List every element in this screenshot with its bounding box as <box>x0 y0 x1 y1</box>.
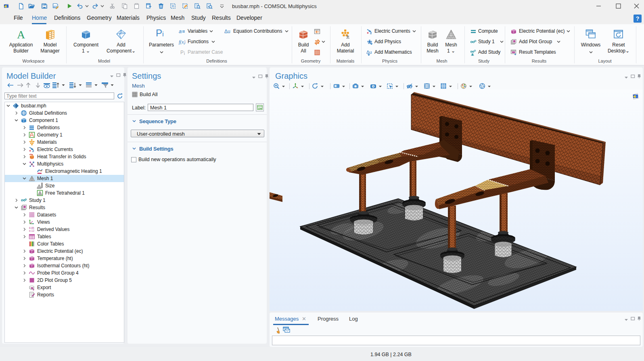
svg-text:A: A <box>17 29 25 40</box>
svg-text:e-12: e-12 <box>29 229 34 232</box>
svg-text:8.85: 8.85 <box>29 227 34 229</box>
svg-text:a: a <box>179 28 182 34</box>
svg-text:Δu: Δu <box>366 50 372 55</box>
svg-text:f(x): f(x) <box>179 39 185 45</box>
svg-text:Δu: Δu <box>224 29 230 34</box>
svg-text:P¡: P¡ <box>180 50 185 55</box>
